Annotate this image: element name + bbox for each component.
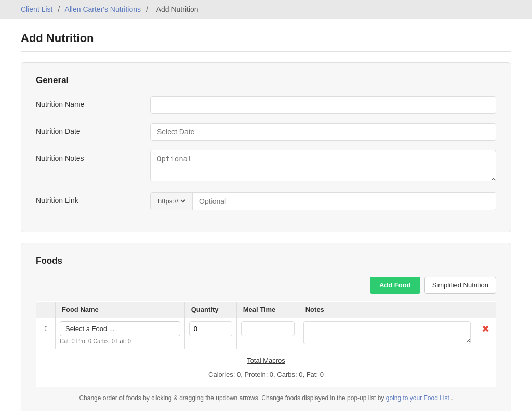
foods-section-title: Foods xyxy=(36,256,496,266)
totals-row: Total Macros Calories: 0, Protein: 0, Ca… xyxy=(36,349,496,387)
breadcrumb-client-list[interactable]: Client List xyxy=(21,5,52,13)
protocol-select[interactable]: https:// http:// xyxy=(156,197,187,206)
page-content: Add Nutrition General Nutrition Name Nut… xyxy=(0,19,532,411)
nutrition-link-row: Nutrition Link https:// http:// xyxy=(36,192,496,210)
col-notes: Notes xyxy=(299,302,475,318)
food-quantity-input[interactable] xyxy=(189,321,232,336)
nutrition-name-input[interactable] xyxy=(150,96,496,114)
nutrition-name-control xyxy=(150,96,496,114)
drag-handle-cell: ↕ xyxy=(36,318,56,349)
foods-section: Foods Add Food Simplified Nutrition Food… xyxy=(21,243,511,411)
link-input-wrap: https:// http:// xyxy=(150,192,496,210)
breadcrumb-client-name[interactable]: Allen Carter's Nutritions xyxy=(64,5,141,13)
breadcrumb-separator-2: / xyxy=(146,5,148,13)
food-delete-cell: ✖ xyxy=(475,318,496,349)
nutrition-date-row: Nutrition Date xyxy=(36,123,496,141)
nutrition-date-input[interactable] xyxy=(150,123,496,141)
simplified-nutrition-button[interactable]: Simplified Nutrition xyxy=(424,277,496,294)
footer-note-text-before: Change order of foods by clicking & drag… xyxy=(79,394,384,402)
col-meal-time: Meal Time xyxy=(236,302,299,318)
table-header-row: Food Name Quantity Meal Time Notes xyxy=(36,302,496,318)
foods-header-row: Add Food Simplified Nutrition xyxy=(36,277,496,294)
drag-handle[interactable]: ↕ xyxy=(41,321,51,335)
nutrition-name-row: Nutrition Name xyxy=(36,96,496,114)
nutrition-notes-textarea[interactable] xyxy=(150,150,496,181)
nutrition-link-control: https:// http:// xyxy=(150,192,496,210)
page-title: Add Nutrition xyxy=(21,32,511,52)
col-quantity: Quantity xyxy=(184,302,236,318)
total-macros-link[interactable]: Total Macros xyxy=(41,352,491,368)
footer-note: Change order of foods by clicking & drag… xyxy=(36,394,496,402)
nutrition-notes-label: Nutrition Notes xyxy=(36,150,150,162)
food-list-link[interactable]: going to your Food List xyxy=(386,394,449,402)
general-section: General Nutrition Name Nutrition Date Nu… xyxy=(21,62,511,232)
breadcrumb-current: Add Nutrition xyxy=(156,5,198,13)
nutrition-date-control xyxy=(150,123,496,141)
food-name-cell: Select a Food ... Cal: 0 Pro: 0 Carbs: 0… xyxy=(56,318,185,349)
col-drag xyxy=(36,302,56,318)
footer-note-text-after: . xyxy=(451,394,453,402)
nutrition-notes-row: Nutrition Notes xyxy=(36,150,496,183)
nutrition-date-label: Nutrition Date xyxy=(36,123,150,135)
food-meal-time-input[interactable] xyxy=(241,321,295,336)
table-row: ↕ Select a Food ... Cal: 0 Pro: 0 Carbs:… xyxy=(36,318,496,349)
nutrition-link-label: Nutrition Link xyxy=(36,192,150,204)
add-food-button[interactable]: Add Food xyxy=(370,277,420,294)
nutrition-name-label: Nutrition Name xyxy=(36,96,150,108)
food-notes-cell xyxy=(299,318,475,349)
delete-food-button[interactable]: ✖ xyxy=(480,321,491,337)
breadcrumb: Client List / Allen Carter's Nutritions … xyxy=(0,0,532,19)
col-delete xyxy=(475,302,496,318)
breadcrumb-separator-1: / xyxy=(58,5,60,13)
food-quantity-cell xyxy=(184,318,236,349)
totals-cell: Total Macros Calories: 0, Protein: 0, Ca… xyxy=(36,349,496,387)
link-url-input[interactable] xyxy=(193,193,496,210)
food-select-button[interactable]: Select a Food ... xyxy=(60,321,180,336)
col-food-name: Food Name xyxy=(56,302,185,318)
link-protocol-selector[interactable]: https:// http:// xyxy=(151,193,193,210)
food-meal-time-cell xyxy=(236,318,299,349)
foods-table: Food Name Quantity Meal Time Notes ↕ Sel… xyxy=(36,301,496,387)
food-macros: Cal: 0 Pro: 0 Carbs: 0 Fat: 0 xyxy=(60,338,180,344)
total-macros-values: Calories: 0, Protein: 0, Carbs: 0, Fat: … xyxy=(41,368,491,383)
general-section-title: General xyxy=(36,75,496,86)
nutrition-notes-control xyxy=(150,150,496,183)
food-notes-input[interactable] xyxy=(303,321,471,344)
